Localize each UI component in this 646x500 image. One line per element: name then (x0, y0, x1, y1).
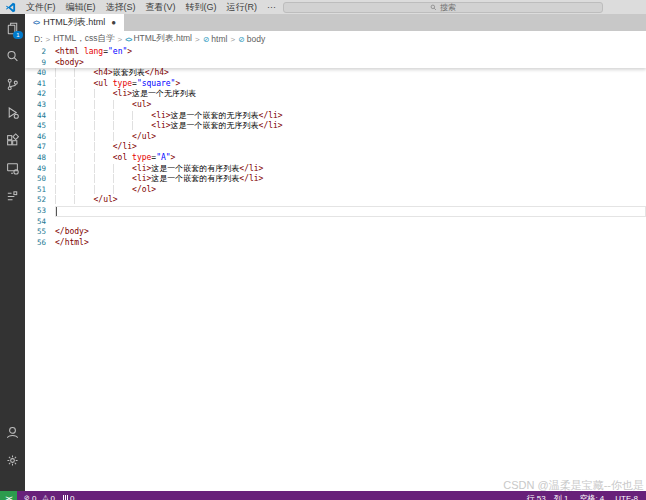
html-file-icon: <> (33, 19, 39, 26)
line-number: 40 (25, 68, 55, 79)
menu-item[interactable]: 选择(S) (101, 2, 141, 12)
indent-guide (74, 153, 93, 162)
code-line-9[interactable]: 9<body> (25, 58, 646, 69)
indent-guide (55, 89, 74, 98)
code-token: </li> (259, 121, 283, 130)
status-item[interactable]: 空格: 4 (579, 493, 604, 500)
line-content: <h4>嵌套列表</h4> (55, 68, 646, 79)
breadcrumb-item[interactable]: ⊘body (238, 34, 265, 44)
settings-gear-icon[interactable] (0, 446, 25, 474)
code-line-46[interactable]: 46 </ul> (25, 132, 646, 143)
remote-explorer-icon[interactable] (0, 154, 25, 182)
line-number: 52 (25, 195, 55, 206)
line-number: 56 (25, 238, 55, 249)
code-line-50[interactable]: 50 <li>这是一个嵌套的有序列表</li> (25, 174, 646, 185)
code-token: <li> (113, 89, 132, 98)
indent-guide (113, 111, 132, 120)
indent-guide (94, 89, 113, 98)
menu-item[interactable]: 文件(F) (21, 2, 61, 12)
tab-html-list[interactable]: <> HTML列表.html ● (25, 14, 124, 31)
code-line-44[interactable]: 44 <li>这是一个嵌套的无序列表</li> (25, 111, 646, 122)
code-line-40[interactable]: 40 <h4>嵌套列表</h4> (25, 68, 646, 79)
menu-item[interactable]: 运行(R) (222, 2, 263, 12)
menu-item[interactable]: 编辑(E) (61, 2, 101, 12)
source-control-icon[interactable] (0, 70, 25, 98)
status-item[interactable]: 行 53，列 1 (527, 493, 569, 500)
code-token: <ul> (132, 100, 151, 109)
tree-view-icon[interactable] (0, 182, 25, 210)
ports-status[interactable]: 0 (63, 494, 74, 500)
code-line-47[interactable]: 47 </li> (25, 142, 646, 153)
indent-guide (94, 100, 113, 109)
indent-guide (94, 164, 113, 173)
menu-bar: 文件(F)编辑(E)选择(S)查看(V)转到(G)运行(R)··· (21, 0, 281, 14)
errors-warnings[interactable]: ⊘ 0 ⚠ 0 (24, 494, 55, 500)
warning-icon: ⚠ (42, 494, 48, 500)
run-debug-icon[interactable] (0, 98, 25, 126)
line-content: <body> (55, 58, 646, 69)
indent-guide (74, 185, 93, 194)
breadcrumb-label: html (211, 34, 227, 44)
code-line-53[interactable]: 53 (25, 206, 646, 217)
line-content: <html lang="en"> (55, 47, 646, 58)
code-line-54[interactable]: 54 (25, 217, 646, 228)
code-line-49[interactable]: 49 <li>这是一个嵌套的有序列表</li> (25, 164, 646, 175)
command-center-search[interactable]: 搜索 (283, 2, 603, 13)
account-icon[interactable] (0, 418, 25, 446)
menu-item[interactable]: ··· (262, 2, 281, 12)
code-token: </html> (55, 238, 89, 247)
code-line-55[interactable]: 55</body> (25, 227, 646, 238)
code-token: 这是一个嵌套的有序列表 (151, 174, 239, 183)
extensions-icon[interactable] (0, 126, 25, 154)
breadcrumb-label: HTML列表.html (133, 33, 192, 45)
status-item[interactable]: UTF-8 (615, 494, 638, 500)
indent-guide (74, 68, 93, 77)
line-number: 51 (25, 185, 55, 196)
line-number: 54 (25, 217, 55, 228)
line-content (55, 206, 646, 217)
code-line-48[interactable]: 48 <ol type="A"> (25, 153, 646, 164)
menu-item[interactable]: 转到(G) (181, 2, 222, 12)
code-line-45[interactable]: 45 <li>这是一个嵌套的无序列表</li> (25, 121, 646, 132)
indent-guide (113, 132, 132, 141)
code-token: <ol (113, 153, 132, 162)
breadcrumb-item[interactable]: <>HTML列表.html (125, 33, 192, 45)
code-line-51[interactable]: 51 </ol> (25, 185, 646, 196)
code-token: type (132, 153, 151, 162)
indent-guide (74, 89, 93, 98)
code-line-2[interactable]: 2<html lang="en"> (25, 47, 646, 58)
search-icon[interactable] (0, 42, 25, 70)
line-number: 9 (25, 58, 55, 69)
code-token: "en" (108, 47, 127, 56)
search-placeholder: 搜索 (440, 2, 456, 13)
remote-indicator-icon[interactable]: >< (0, 491, 17, 500)
line-content: <li>这是一个嵌套的有序列表</li> (55, 174, 646, 185)
indent-guide (113, 100, 132, 109)
indent-guide (55, 142, 74, 151)
code-line-52[interactable]: 52 </ul> (25, 195, 646, 206)
code-line-42[interactable]: 42 <li>这是一个无序列表 (25, 89, 646, 100)
indent-guide (74, 79, 93, 88)
explorer-icon[interactable]: 1 (0, 14, 25, 42)
indent-guide (94, 132, 113, 141)
code-editor[interactable]: 2<html lang="en">9<body> 40 <h4>嵌套列表</h4… (25, 47, 646, 500)
menu-item[interactable]: 查看(V) (141, 2, 181, 12)
indent-guide (94, 111, 113, 120)
code-line-56[interactable]: 56</html> (25, 238, 646, 249)
code-line-41[interactable]: 41 <ul type="square"> (25, 79, 646, 90)
breadcrumb-item[interactable]: ⊘html (203, 34, 228, 44)
breadcrumb-separator: > (46, 35, 51, 44)
problems-status[interactable]: ⊘ 0 ⚠ 0 0 (24, 494, 75, 500)
breadcrumb-label: D: (34, 34, 43, 44)
line-content: <li>这是一个嵌套的无序列表</li> (55, 121, 646, 132)
line-number: 50 (25, 174, 55, 185)
code-token: </ol> (132, 185, 156, 194)
code-token: </li> (113, 142, 137, 151)
breadcrumb-item[interactable]: D: (34, 34, 43, 44)
modified-dot-icon[interactable]: ● (111, 18, 116, 27)
breadcrumb-item[interactable]: HTML，css自学 (53, 33, 114, 45)
line-content: </body> (55, 227, 646, 238)
indent-guide (74, 111, 93, 120)
code-token: <html (55, 47, 84, 56)
code-line-43[interactable]: 43 <ul> (25, 100, 646, 111)
